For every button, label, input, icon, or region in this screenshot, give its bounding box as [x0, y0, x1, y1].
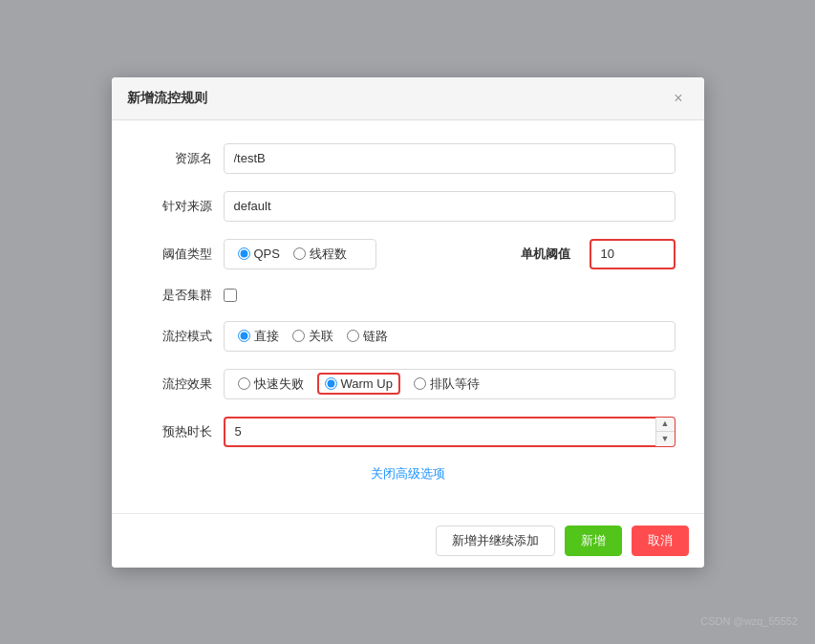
preheat-label: 预热时长	[140, 423, 212, 440]
dialog-body: 资源名 针对来源 阈值类型 QPS 线程数	[112, 120, 704, 513]
thread-radio[interactable]	[293, 247, 306, 260]
queue-label: 排队等待	[430, 376, 480, 393]
add-continue-button[interactable]: 新增并继续添加	[436, 526, 555, 556]
single-threshold-label: 单机阈值	[521, 246, 570, 263]
spinner-buttons: ▲ ▼	[655, 418, 675, 446]
dialog-footer: 新增并继续添加 新增 取消	[112, 513, 704, 568]
preheat-input[interactable]	[224, 417, 676, 447]
preheat-row: 预热时长 ▲ ▼	[140, 417, 676, 447]
direct-label: 直接	[254, 328, 279, 345]
thread-label: 线程数	[310, 246, 347, 263]
warmup-radio[interactable]	[325, 377, 337, 390]
flow-effect-label: 流控效果	[140, 376, 212, 393]
fast-label: 快速失败	[254, 376, 304, 393]
cluster-checkbox-wrap	[224, 289, 237, 302]
resource-input[interactable]	[224, 143, 676, 174]
thread-radio-item[interactable]: 线程数	[293, 246, 347, 263]
watermark: CSDN @wzq_55552	[700, 615, 798, 627]
cluster-checkbox[interactable]	[224, 289, 237, 302]
relate-radio-item[interactable]: 关联	[292, 328, 333, 345]
resource-label: 资源名	[140, 150, 212, 167]
spinner-down-button[interactable]: ▼	[655, 432, 675, 446]
qps-radio-item[interactable]: QPS	[238, 247, 280, 261]
close-button[interactable]: ×	[668, 89, 688, 108]
queue-radio-item[interactable]: 排队等待	[414, 376, 480, 393]
qps-label: QPS	[254, 247, 280, 261]
threshold-type-group: QPS 线程数	[224, 239, 376, 269]
flow-mode-group: 直接 关联 链路	[224, 321, 676, 352]
preheat-input-wrap: ▲ ▼	[224, 417, 676, 447]
dialog-header: 新增流控规则 ×	[112, 77, 704, 120]
queue-radio[interactable]	[414, 377, 426, 390]
threshold-row: 阈值类型 QPS 线程数 单机阈值	[140, 239, 676, 269]
relate-radio[interactable]	[292, 330, 305, 342]
cancel-button[interactable]: 取消	[632, 526, 689, 556]
source-row: 针对来源	[140, 191, 676, 222]
qps-radio[interactable]	[238, 247, 250, 260]
source-input[interactable]	[224, 191, 676, 222]
cluster-row: 是否集群	[140, 287, 676, 304]
advanced-link[interactable]: 关闭高级选项	[371, 466, 445, 481]
fast-radio-item[interactable]: 快速失败	[238, 376, 304, 393]
chain-radio-item[interactable]: 链路	[347, 328, 388, 345]
threshold-type-label: 阈值类型	[140, 246, 212, 263]
single-threshold-input[interactable]	[590, 239, 676, 269]
resource-row: 资源名	[140, 143, 676, 174]
flow-effect-group: 快速失败 Warm Up 排队等待	[224, 369, 676, 399]
flow-mode-row: 流控模式 直接 关联 链路	[140, 321, 676, 352]
add-button[interactable]: 新增	[565, 526, 622, 556]
relate-label: 关联	[309, 328, 333, 345]
chain-label: 链路	[363, 328, 388, 345]
direct-radio-item[interactable]: 直接	[238, 328, 279, 345]
warmup-label: Warm Up	[341, 376, 393, 391]
flow-mode-label: 流控模式	[140, 328, 212, 345]
spinner-up-button[interactable]: ▲	[655, 418, 675, 433]
chain-radio[interactable]	[347, 330, 359, 342]
source-label: 针对来源	[140, 198, 212, 215]
warmup-radio-item[interactable]: Warm Up	[317, 373, 400, 395]
cluster-label: 是否集群	[140, 287, 212, 304]
dialog-container: 新增流控规则 × 资源名 针对来源 阈值类型 QPS	[112, 77, 704, 568]
dialog-title: 新增流控规则	[127, 90, 207, 107]
advanced-link-row: 关闭高级选项	[140, 464, 676, 483]
direct-radio[interactable]	[238, 330, 250, 342]
fast-radio[interactable]	[238, 377, 250, 390]
flow-effect-row: 流控效果 快速失败 Warm Up 排队等待	[140, 369, 676, 399]
